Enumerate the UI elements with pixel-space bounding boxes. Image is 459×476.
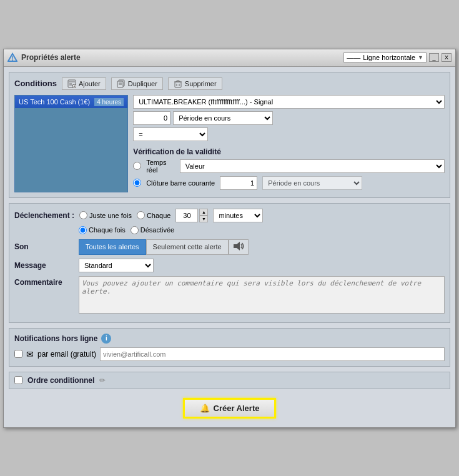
interval-input[interactable] [175,209,198,222]
email-label: par email (gratuit) [37,350,96,359]
line-indicator: —— [347,54,360,61]
each-label: Chaque [137,211,171,219]
sound-label: Son [14,242,74,251]
sound-icon-button[interactable] [229,239,249,255]
minimize-button[interactable]: _ [429,53,439,62]
realtime-label: Temps réel [146,159,175,174]
message-select[interactable]: Standard [79,259,154,272]
svg-rect-21 [234,244,237,248]
window-body: Conditions Ajouter [4,67,455,427]
period2-input[interactable] [220,176,257,190]
closebar-row: Clôture barre courante Période en cours [133,176,445,190]
spinner-group: ▲ ▼ [175,209,208,222]
trigger-options2: Chaque fois Désactivée [79,226,174,234]
delete-button[interactable]: Supprimer [168,77,222,90]
message-select-group: Standard [79,259,154,272]
disabled-radio[interactable] [131,226,139,234]
sound-buttons: Toutes les alertes Seulement cette alert… [79,239,249,255]
add-icon [67,79,76,88]
each-time-label: Chaque fois [79,226,126,234]
add-button[interactable]: Ajouter [62,77,106,90]
realtime-row: Temps réel Valeur [133,159,445,174]
conditions-header: Conditions Ajouter [14,77,445,90]
instrument-list: US Tech 100 Cash (1€) 4 heures [14,95,128,192]
create-alert-button[interactable]: 🔔 Créer Alerte [183,398,277,419]
indicator-row: ULTIMATE.BREAKER (fftfffffffftffff...) -… [133,95,445,109]
timeframe-badge: 4 heures [94,98,124,106]
sound-icon [233,241,244,251]
trigger-row2: Chaque fois Désactivée [14,226,445,234]
conditional-checkbox[interactable] [14,376,22,384]
svg-rect-14 [175,82,181,87]
value-select[interactable]: Valeur [180,159,445,173]
closebar-radio[interactable] [133,179,141,187]
once-label: Juste une fois [79,211,132,219]
comment-row: Commentaire [14,276,445,314]
conditional-label: Ordre conditionnel [27,376,94,385]
message-label: Message [14,261,74,270]
trigger-label: Déclenchement : [14,211,74,220]
disabled-label: Désactivée [131,226,174,234]
validity-section: Vérification de la validité Temps réel V… [133,147,445,192]
app-icon [7,52,17,62]
spinner-up[interactable]: ▲ [199,209,208,216]
period-input[interactable] [133,111,170,125]
sound-row: Son Toutes les alertes Seulement cette a… [14,239,445,255]
close-button[interactable]: X [442,53,452,62]
title-bar-right: —— Ligne horizontale ▼ _ X [343,52,452,62]
info-icon[interactable]: i [101,334,111,344]
trigger-options: Juste une fois Chaque ▲ ▼ minu [79,209,263,222]
conditions-section: Conditions Ajouter [9,72,450,198]
comment-textarea[interactable] [79,276,445,314]
period-row: Période en cours [133,111,445,125]
bell-icon: 🔔 [200,404,210,413]
email-input[interactable] [100,347,445,361]
conditional-section: Ordre conditionnel ✏ [9,372,450,389]
trigger-section: Déclenchement : Juste une fois Chaque ▲ [9,203,450,323]
this-alert-button[interactable]: Seulement cette alerte [146,239,229,255]
email-icon: ✉ [26,349,34,359]
window-title: Propriétés alerte [21,53,81,62]
instrument-item[interactable]: US Tech 100 Cash (1€) 4 heures [15,96,127,108]
title-bar-left: Propriétés alerte [7,52,81,62]
comment-label: Commentaire [14,276,74,287]
operator-row: = [133,127,445,141]
each-time-radio[interactable] [79,226,87,234]
notifications-title: Notifications hors ligne i [14,334,445,344]
email-row: ✉ par email (gratuit) [14,347,445,361]
period-select[interactable]: Période en cours [173,111,273,125]
conditions-title: Conditions [14,79,57,88]
realtime-radio[interactable] [133,162,141,170]
edit-icon[interactable]: ✏ [99,376,106,385]
minutes-select[interactable]: minutes [213,209,263,222]
conditions-content: US Tech 100 Cash (1€) 4 heures ULTIMATE.… [14,95,445,192]
delete-icon [174,79,182,88]
indicator-select[interactable]: ULTIMATE.BREAKER (fftfffffffftffff...) -… [133,95,445,109]
period2-select[interactable]: Période en cours [262,176,362,190]
duplicate-button[interactable]: Dupliquer [111,77,163,90]
validity-title: Vérification de la validité [133,147,445,156]
duplicate-icon [117,79,126,88]
operator-select[interactable]: = [133,127,208,141]
footer: 🔔 Créer Alerte [9,394,450,422]
notifications-section: Notifications hors ligne i ✉ par email (… [9,328,450,367]
spinner-controls: ▲ ▼ [199,209,208,222]
email-checkbox[interactable] [14,350,22,358]
once-radio[interactable] [79,211,87,219]
message-row: Message Standard [14,259,445,272]
closebar-label: Clôture barre courante [146,179,215,187]
line-selector-arrow: ▼ [418,54,423,61]
all-alerts-button[interactable]: Toutes les alertes [79,239,146,255]
title-bar: Propriétés alerte —— Ligne horizontale ▼… [4,49,455,67]
spinner-down[interactable]: ▼ [199,216,208,222]
each-radio[interactable] [137,211,145,219]
trigger-row: Déclenchement : Juste une fois Chaque ▲ [14,209,445,222]
main-window: Propriétés alerte —— Ligne horizontale ▼… [3,49,456,428]
line-selector[interactable]: —— Ligne horizontale ▼ [343,52,427,62]
svg-marker-22 [237,242,240,250]
conditions-right: ULTIMATE.BREAKER (fftfffffffftffff...) -… [133,95,445,192]
svg-point-2 [12,59,13,61]
